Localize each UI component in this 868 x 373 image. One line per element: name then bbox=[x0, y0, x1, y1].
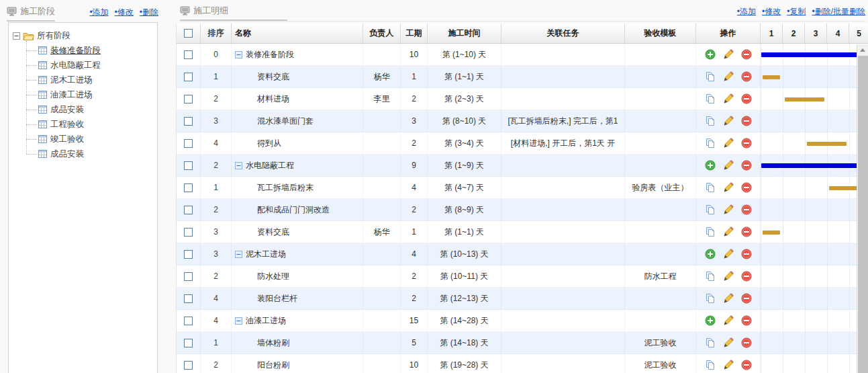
add-icon[interactable] bbox=[705, 49, 716, 60]
tree-item[interactable]: 成品安装 bbox=[38, 147, 153, 161]
delete-icon[interactable] bbox=[741, 315, 752, 326]
edit-icon[interactable] bbox=[723, 116, 734, 126]
scrollbar-thumb[interactable] bbox=[858, 56, 868, 373]
col-name[interactable]: 名称 bbox=[232, 24, 363, 44]
copy-icon[interactable] bbox=[705, 182, 716, 193]
edit-icon[interactable] bbox=[723, 249, 734, 259]
edit-icon[interactable] bbox=[723, 204, 734, 215]
copy-icon[interactable] bbox=[705, 271, 716, 282]
delete-icon[interactable] bbox=[741, 360, 752, 370]
collapse-row-icon[interactable] bbox=[235, 317, 242, 325]
row-checkbox[interactable] bbox=[184, 317, 193, 325]
delete-icon[interactable] bbox=[741, 71, 752, 82]
row-duration: 15 bbox=[401, 310, 428, 331]
row-checkbox[interactable] bbox=[184, 272, 193, 281]
edit-icon[interactable] bbox=[723, 182, 734, 193]
scroll-up-button[interactable] bbox=[857, 44, 868, 55]
col-template[interactable]: 验收模板 bbox=[625, 24, 696, 44]
copy-icon[interactable] bbox=[705, 116, 716, 126]
add-icon[interactable] bbox=[705, 249, 716, 259]
row-checkbox[interactable] bbox=[184, 183, 193, 192]
copy-icon[interactable] bbox=[705, 138, 716, 149]
copy-icon[interactable] bbox=[705, 93, 716, 104]
add-icon[interactable] bbox=[705, 160, 716, 171]
edit-icon[interactable] bbox=[723, 337, 734, 348]
action-link[interactable]: •添加 bbox=[737, 7, 756, 16]
edit-icon[interactable] bbox=[723, 360, 734, 370]
delete-icon[interactable] bbox=[741, 204, 752, 215]
edit-icon[interactable] bbox=[723, 315, 734, 326]
copy-icon[interactable] bbox=[705, 293, 716, 304]
edit-icon[interactable] bbox=[723, 226, 734, 237]
delete-icon[interactable] bbox=[741, 271, 752, 282]
delete-icon[interactable] bbox=[741, 49, 752, 60]
edit-icon[interactable] bbox=[723, 49, 734, 60]
row-checkbox[interactable] bbox=[184, 50, 193, 59]
row-checkbox[interactable] bbox=[184, 95, 193, 103]
copy-icon[interactable] bbox=[705, 204, 716, 215]
row-name: 得到从 bbox=[257, 138, 281, 149]
col-day-2[interactable]: 2 bbox=[783, 24, 805, 44]
delete-icon[interactable] bbox=[741, 293, 752, 304]
delete-icon[interactable] bbox=[741, 226, 752, 237]
col-day-4[interactable]: 4 bbox=[827, 24, 849, 44]
tree-item[interactable]: 水电隐蔽工程 bbox=[38, 58, 153, 73]
add-icon[interactable] bbox=[705, 315, 716, 326]
edit-icon[interactable] bbox=[723, 93, 734, 104]
row-checkbox[interactable] bbox=[184, 294, 193, 303]
col-owner[interactable]: 负责人 bbox=[363, 24, 401, 44]
row-checkbox[interactable] bbox=[184, 206, 193, 214]
col-duration[interactable]: 工期 bbox=[401, 24, 428, 44]
col-order[interactable]: 排序 bbox=[201, 24, 232, 44]
copy-icon[interactable] bbox=[705, 226, 716, 237]
edit-icon[interactable] bbox=[723, 271, 734, 282]
copy-icon[interactable] bbox=[705, 337, 716, 348]
edit-icon[interactable] bbox=[723, 71, 734, 82]
edit-icon[interactable] bbox=[723, 293, 734, 304]
tree-root[interactable]: 所有阶段 bbox=[13, 28, 153, 43]
delete-icon[interactable] bbox=[741, 138, 752, 149]
delete-icon[interactable] bbox=[741, 93, 752, 104]
delete-icon[interactable] bbox=[741, 116, 752, 126]
row-checkbox[interactable] bbox=[184, 117, 193, 126]
delete-icon[interactable] bbox=[741, 249, 752, 259]
col-day-1[interactable]: 1 bbox=[761, 24, 783, 44]
copy-icon[interactable] bbox=[705, 71, 716, 82]
action-link[interactable]: •删除 bbox=[140, 7, 158, 17]
delete-icon[interactable] bbox=[741, 182, 752, 193]
tree-item[interactable]: 竣工验收 bbox=[38, 132, 153, 147]
edit-icon[interactable] bbox=[723, 160, 734, 171]
delete-icon[interactable] bbox=[741, 160, 752, 171]
col-operations[interactable]: 操作 bbox=[696, 24, 761, 44]
collapse-row-icon[interactable] bbox=[235, 251, 242, 258]
col-related[interactable]: 关联任务 bbox=[501, 24, 625, 44]
row-checkbox[interactable] bbox=[184, 228, 193, 237]
collapse-row-icon[interactable] bbox=[235, 51, 242, 58]
tree-item[interactable]: 泥木工进场 bbox=[38, 73, 153, 87]
action-link[interactable]: •复制 bbox=[787, 7, 806, 16]
collapse-icon[interactable] bbox=[13, 32, 20, 40]
row-checkbox[interactable] bbox=[184, 161, 193, 170]
collapse-row-icon[interactable] bbox=[235, 162, 242, 169]
tree-item[interactable]: 成品安装 bbox=[38, 102, 153, 117]
action-link[interactable]: •修改 bbox=[762, 7, 781, 16]
row-checkbox[interactable] bbox=[184, 339, 193, 347]
tree-item[interactable]: 装修准备阶段 bbox=[38, 43, 153, 58]
tree-item[interactable]: 工程验收 bbox=[38, 117, 153, 132]
tree-item[interactable]: 油漆工进场 bbox=[38, 87, 153, 102]
action-link[interactable]: •修改 bbox=[115, 7, 134, 17]
action-link[interactable]: •删除/批量删除 bbox=[812, 7, 865, 16]
vertical-scrollbar[interactable] bbox=[857, 44, 868, 373]
edit-icon[interactable] bbox=[723, 138, 734, 149]
col-day-3[interactable]: 3 bbox=[805, 24, 827, 44]
copy-icon[interactable] bbox=[705, 360, 716, 370]
delete-icon[interactable] bbox=[741, 337, 752, 348]
row-checkbox[interactable] bbox=[184, 361, 193, 370]
col-day-5[interactable]: 5 bbox=[849, 24, 868, 44]
row-checkbox[interactable] bbox=[184, 250, 193, 259]
row-checkbox[interactable] bbox=[184, 139, 193, 148]
action-link[interactable]: •添加 bbox=[89, 7, 108, 17]
row-checkbox[interactable] bbox=[184, 73, 193, 81]
select-all-checkbox[interactable] bbox=[184, 29, 193, 38]
col-time[interactable]: 施工时间 bbox=[428, 24, 501, 44]
